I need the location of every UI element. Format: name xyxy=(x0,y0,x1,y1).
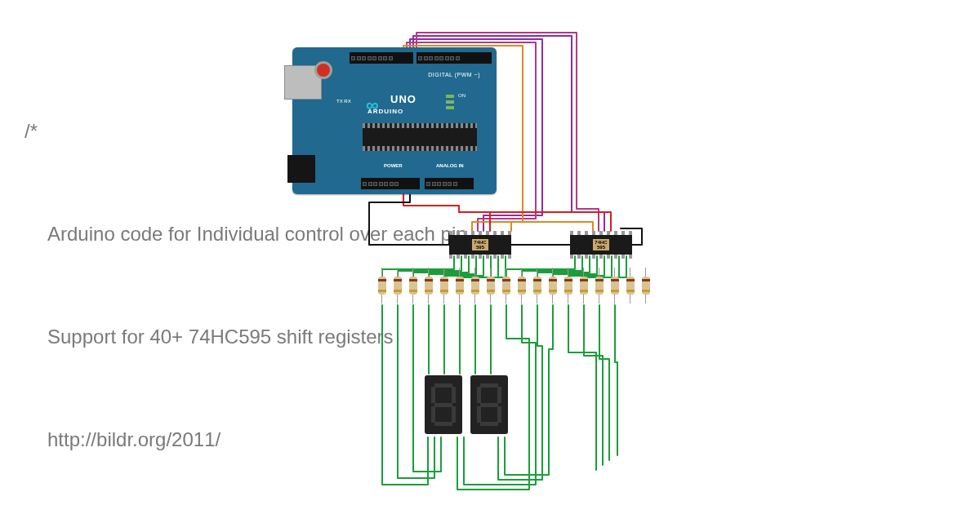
resistor xyxy=(624,268,636,304)
resistor xyxy=(484,268,497,304)
resistor xyxy=(453,268,466,304)
digital-header-left[interactable] xyxy=(350,52,413,64)
chip-label: 74HC595 xyxy=(472,239,488,250)
arduino-uno-board: ∞ UNO ARDUINO TX RX ON DIGITAL (PWM ~) P… xyxy=(292,47,497,194)
resistor xyxy=(593,268,605,304)
digital-pwm-label: DIGITAL (PWM ~) xyxy=(428,72,480,78)
resistor xyxy=(562,268,574,304)
resistor xyxy=(546,268,559,304)
resistor xyxy=(407,268,419,304)
resistor xyxy=(531,268,543,304)
shift-register-1: 74HC595 xyxy=(449,235,511,255)
resistor xyxy=(639,268,652,304)
power-header[interactable] xyxy=(361,178,420,189)
resistor xyxy=(515,268,528,304)
resistor xyxy=(469,268,481,304)
chip-label: 74HC595 xyxy=(593,239,608,250)
status-leds xyxy=(446,95,454,109)
atmega-chip-icon xyxy=(363,126,477,148)
power-group-label: POWER xyxy=(384,163,403,168)
shift-register-2: 74HC595 xyxy=(570,235,632,255)
resistor xyxy=(391,268,403,304)
reset-button[interactable] xyxy=(317,64,330,77)
resistor xyxy=(500,268,512,304)
digital-header-right[interactable] xyxy=(416,52,492,64)
resistor xyxy=(577,268,590,304)
txrx-label: TX RX xyxy=(336,98,351,105)
code-line: Support for 40+ 74HC595 shift registers xyxy=(24,320,570,354)
resistor xyxy=(608,268,621,304)
seven-segment-display-1 xyxy=(425,375,462,434)
board-model-label: UNO xyxy=(390,93,416,105)
seven-segment-display-2 xyxy=(470,375,508,434)
board-brand-label: ARDUINO xyxy=(368,108,403,115)
resistor-row xyxy=(376,268,652,304)
on-led-label: ON xyxy=(458,93,466,98)
power-jack-icon xyxy=(287,155,315,183)
analog-header[interactable] xyxy=(425,178,474,189)
resistor xyxy=(422,268,434,304)
resistor xyxy=(438,268,450,304)
analog-group-label: ANALOG IN xyxy=(436,163,464,168)
resistor xyxy=(376,268,388,304)
